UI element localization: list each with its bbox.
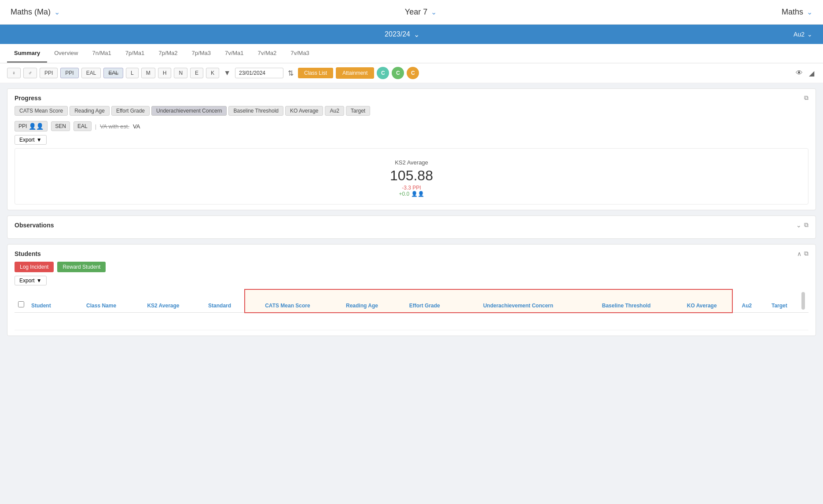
filter-icon-btn[interactable]: ◢ <box>807 67 816 79</box>
tag-baseline[interactable]: Baseline Threshold <box>228 106 283 116</box>
observations-title: Observations <box>15 222 54 229</box>
ks2-ppi-value: -3.3 PPI <box>15 185 808 191</box>
reward-student-button[interactable]: Reward Student <box>57 262 106 272</box>
toolbar: ♀ ♂ PPI PPI EAL EAL L M H N E K ▼ ⇅ Clas… <box>0 63 823 83</box>
banner-period-label: Au2 <box>794 31 805 38</box>
tab-7nma1[interactable]: 7n/Ma1 <box>85 44 118 62</box>
tab-overview[interactable]: Overview <box>47 44 85 62</box>
col-ko-header: KO Average <box>672 289 732 313</box>
col-classname-header: Class Name <box>71 289 132 313</box>
subject-label: Maths (Ma) <box>11 7 51 17</box>
ppi-btn-1[interactable]: PPI <box>40 68 58 78</box>
tab-7pma2[interactable]: 7p/Ma2 <box>151 44 184 62</box>
tag-au2[interactable]: Au2 <box>325 106 344 116</box>
students-controls: ∧ ⧉ <box>797 250 808 257</box>
students-export-btn[interactable]: Export ▼ <box>15 276 47 285</box>
tab-7pma1[interactable]: 7p/Ma1 <box>118 44 151 62</box>
ppi-btn-2[interactable]: PPI <box>60 68 78 78</box>
ks2-value: 105.88 <box>15 168 808 184</box>
subject-right-label: Maths <box>782 7 803 17</box>
students-table-wrapper: Student Class Name KS2 Average Standard <box>15 289 808 330</box>
tab-summary[interactable]: Summary <box>7 44 47 62</box>
observations-section-header: Observations ⌄ ⧉ <box>15 221 808 229</box>
col-au2-header: Au2 <box>732 289 761 313</box>
class-list-button[interactable]: Class List <box>298 68 333 78</box>
tag-ko-average[interactable]: KO Average <box>285 106 323 116</box>
circle-btn-3[interactable]: C <box>407 67 419 79</box>
students-collapse-icon[interactable]: ∧ <box>797 250 801 257</box>
tag-underachievement[interactable]: Underachievement Concern <box>151 106 227 116</box>
top-nav: Maths (Ma) ⌄ Year 7 ⌄ Maths ⌄ <box>0 0 823 25</box>
filter-ppi[interactable]: PPI 👤👤 <box>15 121 48 131</box>
level-k-btn[interactable]: K <box>206 68 219 78</box>
ks2-average-display: KS2 Average 105.88 -3.3 PPI +0.0 👤👤 <box>15 152 808 201</box>
subject-chevron-icon: ⌄ <box>54 8 60 16</box>
year-selector[interactable]: Year 7 ⌄ <box>405 7 437 17</box>
visibility-icon-btn[interactable]: 👁 <box>794 67 805 79</box>
expand-icon[interactable]: ⧉ <box>804 94 808 102</box>
va-with-est-label: VA with est. <box>100 123 129 130</box>
tab-7vma2[interactable]: 7v/Ma2 <box>251 44 284 62</box>
banner-year-chevron-icon: ⌄ <box>414 30 419 39</box>
col-student-header: Student <box>28 289 71 313</box>
level-l-btn[interactable]: L <box>126 68 139 78</box>
observations-collapse-icon[interactable]: ⌄ <box>796 222 801 229</box>
ks2-average-container: KS2 Average 105.88 -3.3 PPI +0.0 👤👤 <box>15 148 808 205</box>
col-reading-header: Reading Age <box>330 289 394 313</box>
tab-7pma3[interactable]: 7p/Ma3 <box>185 44 218 62</box>
circle-btn-1[interactable]: C <box>377 67 389 79</box>
toolbar-dropdown-btn[interactable]: ▼ <box>222 67 232 79</box>
subject-right-selector[interactable]: Maths ⌄ <box>782 7 812 17</box>
eal-btn-1[interactable]: EAL <box>81 68 101 78</box>
students-expand-icon[interactable]: ⧉ <box>804 250 808 257</box>
banner-period-selector[interactable]: Au2 ⌄ <box>794 31 812 38</box>
ppi-filter-label: PPI <box>18 123 27 129</box>
level-e-btn[interactable]: E <box>190 68 203 78</box>
filter-eal[interactable]: EAL <box>73 121 92 131</box>
circle-btn-2[interactable]: C <box>392 67 404 79</box>
level-n-btn[interactable]: N <box>174 68 187 78</box>
sort-icon-btn[interactable]: ⇅ <box>286 67 295 79</box>
col-target-header: Target <box>761 289 798 313</box>
students-table: Student Class Name KS2 Average Standard <box>15 289 808 330</box>
progress-export-btn[interactable]: Export ▼ <box>15 135 47 145</box>
tag-reading-age[interactable]: Reading Age <box>70 106 110 116</box>
eal-btn-2[interactable]: EAL <box>103 68 123 78</box>
col-cats-header: CATS Mean Score <box>245 289 330 313</box>
select-all-checkbox[interactable] <box>18 301 24 307</box>
level-m-btn[interactable]: M <box>141 68 155 78</box>
level-h-btn[interactable]: H <box>158 68 172 78</box>
col-ks2avg-header: KS2 Average <box>131 289 195 313</box>
attainment-button[interactable]: Attainment <box>336 67 374 79</box>
persons-icon-2: 👤👤 <box>411 191 424 197</box>
students-section-header: Students ∧ ⧉ <box>15 250 808 257</box>
tag-cats-mean[interactable]: CATS Mean Score <box>15 106 68 116</box>
ks2-average-label: KS2 Average <box>15 159 808 166</box>
male-icon-btn[interactable]: ♂ <box>23 68 37 78</box>
subject-right-chevron-icon: ⌄ <box>807 8 812 16</box>
filter-row: PPI 👤👤 SEN EAL | VA with est. VA <box>15 121 808 131</box>
filter-separator: | <box>95 123 96 130</box>
observations-controls: ⌄ ⧉ <box>796 221 808 229</box>
col-baseline-header: Baseline Threshold <box>581 289 672 313</box>
progress-section-controls: ⧉ <box>804 94 808 102</box>
tab-7vma1[interactable]: 7v/Ma1 <box>218 44 251 62</box>
banner-year-selector[interactable]: 2023/24 ⌄ <box>385 30 419 39</box>
students-export-label: Export <box>19 278 35 284</box>
female-icon-btn[interactable]: ♀ <box>7 68 21 78</box>
tag-effort-grade[interactable]: Effort Grade <box>111 106 150 116</box>
observations-expand-icon[interactable]: ⧉ <box>804 221 808 229</box>
date-input[interactable] <box>235 68 283 78</box>
tab-7vma3[interactable]: 7v/Ma3 <box>283 44 316 62</box>
progress-section: Progress ⧉ CATS Mean Score Reading Age E… <box>7 88 816 210</box>
banner-period-chevron-icon: ⌄ <box>807 31 812 38</box>
tag-target[interactable]: Target <box>346 106 370 116</box>
tab-row: Summary Overview 7n/Ma1 7p/Ma1 7p/Ma2 7p… <box>0 44 823 63</box>
subject-selector[interactable]: Maths (Ma) ⌄ <box>11 7 60 17</box>
table-row <box>15 313 808 330</box>
filter-sen[interactable]: SEN <box>51 121 70 131</box>
log-incident-button[interactable]: Log Incident <box>15 262 54 272</box>
export-label: Export <box>19 137 35 143</box>
year-label: Year 7 <box>405 7 427 17</box>
progress-section-title: Progress <box>15 95 41 102</box>
